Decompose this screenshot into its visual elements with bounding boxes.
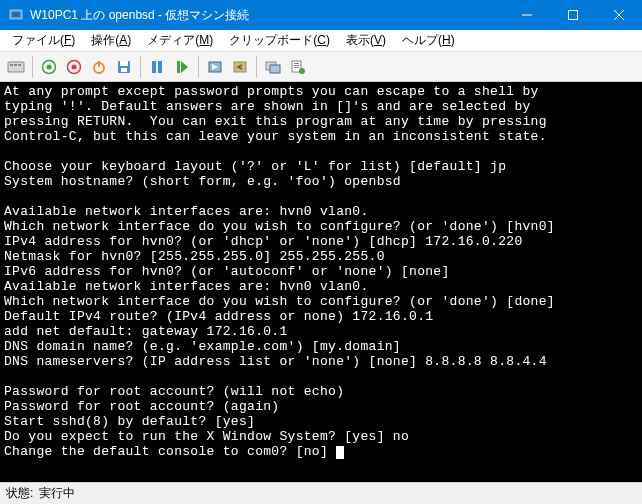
svg-rect-30 <box>294 65 299 66</box>
svg-rect-20 <box>158 61 162 73</box>
svg-rect-29 <box>294 63 299 64</box>
svg-rect-3 <box>569 11 578 20</box>
toolbar-separator <box>140 56 141 78</box>
share-button[interactable] <box>286 55 310 79</box>
turn-off-button[interactable] <box>62 55 86 79</box>
menu-file[interactable]: ファイル(F) <box>4 30 83 51</box>
menu-clipboard[interactable]: クリップボード(C) <box>221 30 338 51</box>
svg-rect-6 <box>8 62 24 72</box>
menu-view[interactable]: 表示(V) <box>338 30 394 51</box>
svg-rect-25 <box>234 62 246 72</box>
window-titlebar: W10PC1 上の openbsd - 仮想マシン接続 <box>0 0 642 30</box>
svg-rect-27 <box>270 65 280 73</box>
window-title: W10PC1 上の openbsd - 仮想マシン接続 <box>30 7 504 24</box>
checkpoint-button[interactable] <box>203 55 227 79</box>
window-controls <box>504 0 642 30</box>
menu-help[interactable]: ヘルプ(H) <box>394 30 463 51</box>
menubar: ファイル(F) 操作(A) メディア(M) クリップボード(C) 表示(V) ヘ… <box>0 30 642 52</box>
svg-point-11 <box>47 64 52 69</box>
toolbar-separator <box>32 56 33 78</box>
start-button[interactable] <box>37 55 61 79</box>
revert-button[interactable] <box>228 55 252 79</box>
status-label: 状態: <box>6 485 33 502</box>
menu-media[interactable]: メディア(M) <box>139 30 221 51</box>
svg-point-32 <box>299 68 305 74</box>
svg-rect-7 <box>10 64 13 66</box>
svg-rect-8 <box>14 64 17 66</box>
app-icon <box>8 7 24 23</box>
status-value: 実行中 <box>39 485 75 502</box>
svg-rect-18 <box>121 68 127 72</box>
statusbar: 状態: 実行中 <box>0 482 642 504</box>
save-button[interactable] <box>112 55 136 79</box>
minimize-button[interactable] <box>504 0 550 30</box>
svg-rect-31 <box>294 67 299 68</box>
vm-console[interactable]: At any prompt except password prompts yo… <box>0 82 642 482</box>
svg-marker-22 <box>181 61 188 73</box>
reset-button[interactable] <box>170 55 194 79</box>
close-button[interactable] <box>596 0 642 30</box>
toolbar-separator <box>256 56 257 78</box>
toolbar-separator <box>198 56 199 78</box>
toolbar <box>0 52 642 82</box>
svg-rect-21 <box>177 61 180 73</box>
ctrl-alt-del-button[interactable] <box>4 55 28 79</box>
maximize-button[interactable] <box>550 0 596 30</box>
enhanced-session-button[interactable] <box>261 55 285 79</box>
text-cursor <box>336 446 344 459</box>
pause-button[interactable] <box>145 55 169 79</box>
svg-rect-9 <box>18 64 21 66</box>
svg-point-13 <box>72 64 77 69</box>
svg-rect-17 <box>120 61 128 66</box>
menu-action[interactable]: 操作(A) <box>83 30 139 51</box>
svg-rect-1 <box>12 12 20 17</box>
svg-rect-19 <box>152 61 156 73</box>
shutdown-button[interactable] <box>87 55 111 79</box>
